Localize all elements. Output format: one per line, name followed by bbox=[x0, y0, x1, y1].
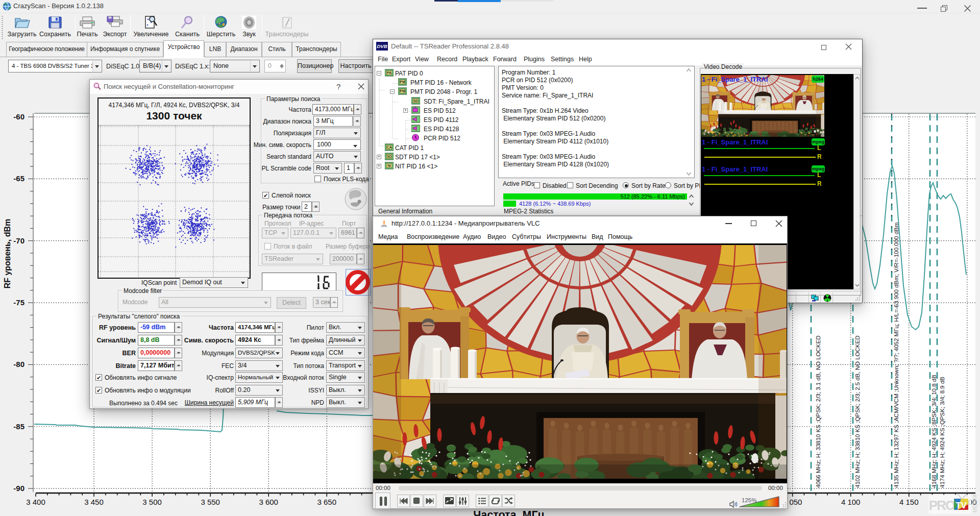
svg-text:PM: PM bbox=[400, 89, 405, 93]
svg-text:SD: SD bbox=[413, 99, 419, 103]
svg-text:CA: CA bbox=[386, 145, 391, 149]
svg-text:NI: NI bbox=[387, 164, 391, 167]
svg-text:3 500: 3 500 bbox=[142, 498, 162, 506]
svg-text:PRO: PRO bbox=[929, 498, 955, 513]
svg-text:4066 MHz; H; 33810 KS ;QPSK; 2: 4066 MHz; H; 33810 KS ;QPSK; 2/3; 3.1 dB… bbox=[815, 335, 821, 488]
svg-text:4 100: 4 100 bbox=[841, 498, 861, 506]
svg-text:4168 MHz; H; 4924 KS ;8PSK; 3/: 4168 MHz; H; 4924 KS ;8PSK; 3/4; 10.8 dB bbox=[931, 375, 937, 488]
svg-text:SD: SD bbox=[387, 155, 392, 158]
svg-text:PA: PA bbox=[387, 71, 391, 75]
svg-text:-75: -75 bbox=[13, 298, 24, 307]
svg-text:PM: PM bbox=[400, 80, 405, 84]
svg-text:-70: -70 bbox=[13, 236, 24, 245]
svg-text:Частота, МГц: Частота, МГц bbox=[473, 509, 545, 516]
svg-text:3 650: 3 650 bbox=[317, 498, 336, 506]
svg-text:3 550: 3 550 bbox=[201, 498, 220, 506]
svg-text:-85: -85 bbox=[13, 422, 24, 431]
svg-text:4174 MHz; H; 4924 KS ;QPSK; 3/: 4174 MHz; H; 4924 KS ;QPSK; 3/4; 8.9 dB bbox=[939, 377, 945, 488]
svg-text:МЕДИА: МЕДИА bbox=[972, 494, 978, 512]
svg-text:4 150: 4 150 bbox=[899, 498, 919, 506]
svg-text:3 400: 3 400 bbox=[26, 498, 45, 506]
svg-text:-80: -80 bbox=[13, 360, 24, 368]
svg-text:-60: -60 bbox=[13, 112, 24, 121]
svg-text:4135 MHz; H; 13297 KS ;ACM/VCM: 4135 MHz; H; 13297 KS ;ACM/VCM ;Unknown;… bbox=[893, 223, 899, 488]
svg-text:3 450: 3 450 bbox=[84, 498, 104, 506]
svg-text:-90: -90 bbox=[13, 484, 24, 493]
svg-text:3 600: 3 600 bbox=[259, 498, 278, 506]
svg-text:TV: TV bbox=[955, 501, 967, 510]
svg-text:-65: -65 bbox=[13, 174, 24, 183]
svg-text:4102 MHz; H; 33810 KS ;QPSK; 2: 4102 MHz; H; 33810 KS ;QPSK; 2/3; 2.5 dB… bbox=[854, 335, 861, 488]
svg-text:RF уровень, dBm: RF уровень, dBm bbox=[3, 219, 12, 288]
